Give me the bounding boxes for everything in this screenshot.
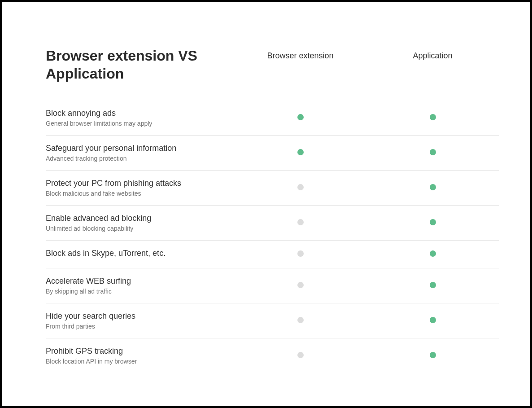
application-indicator: [366, 136, 499, 171]
feature-subtitle: Unlimited ad blocking capability: [46, 225, 234, 232]
extension-indicator: [234, 136, 366, 171]
status-dot-on-icon: [430, 282, 436, 288]
feature-title: Prohibit GPS tracking: [46, 347, 234, 356]
status-dot-on-icon: [430, 219, 436, 225]
feature-title: Block ads in Skype, uTorrent, etc.: [46, 249, 234, 258]
table-row: Accelerate WEB surfingBy skipping all ad…: [46, 268, 499, 303]
extension-indicator: [234, 268, 366, 303]
application-indicator: [366, 303, 499, 338]
status-dot-on-icon: [430, 114, 436, 120]
feature-cell: Enable advanced ad blockingUnlimited ad …: [46, 206, 234, 241]
application-indicator: [366, 101, 499, 136]
feature-cell: Block ads in Skype, uTorrent, etc.: [46, 241, 234, 268]
status-dot-off-icon: [297, 184, 304, 190]
column-label-extension: Browser extension: [234, 47, 366, 61]
feature-subtitle: Block location API in my browser: [46, 358, 234, 365]
feature-cell: Block annoying adsGeneral browser limita…: [46, 101, 234, 136]
status-dot-on-icon: [430, 250, 436, 257]
application-indicator: [366, 241, 499, 268]
feature-cell: Protect your PC from phishing attacksBlo…: [46, 171, 234, 206]
comparison-table: Block annoying adsGeneral browser limita…: [46, 101, 499, 373]
status-dot-on-icon: [430, 352, 436, 358]
table-row: Hide your search queriesFrom third parti…: [46, 303, 499, 338]
application-indicator: [366, 338, 499, 373]
feature-cell: Accelerate WEB surfingBy skipping all ad…: [46, 268, 234, 303]
status-dot-off-icon: [297, 250, 304, 257]
feature-subtitle: By skipping all ad traffic: [46, 288, 234, 295]
application-indicator: [366, 268, 499, 303]
extension-indicator: [234, 338, 366, 373]
feature-title: Protect your PC from phishing attacks: [46, 179, 234, 188]
table-row: Enable advanced ad blockingUnlimited ad …: [46, 206, 499, 241]
feature-title: Block annoying ads: [46, 109, 234, 118]
feature-title: Safeguard your personal information: [46, 144, 234, 153]
status-dot-on-icon: [430, 184, 436, 190]
status-dot-off-icon: [297, 317, 304, 323]
feature-subtitle: Advanced tracking protection: [46, 155, 234, 162]
extension-indicator: [234, 206, 366, 241]
feature-subtitle: General browser limitations may apply: [46, 120, 234, 127]
feature-title: Hide your search queries: [46, 311, 234, 321]
status-dot-on-icon: [297, 149, 304, 155]
status-dot-on-icon: [430, 317, 436, 323]
feature-cell: Prohibit GPS trackingBlock location API …: [46, 338, 234, 373]
status-dot-on-icon: [430, 149, 436, 155]
status-dot-off-icon: [297, 282, 304, 288]
table-row: Prohibit GPS trackingBlock location API …: [46, 338, 499, 373]
extension-indicator: [234, 303, 366, 338]
status-dot-on-icon: [297, 114, 304, 120]
extension-indicator: [234, 101, 366, 136]
feature-cell: Hide your search queriesFrom third parti…: [46, 303, 234, 338]
page-title: Browser extension VS Application: [46, 47, 234, 83]
table-row: Protect your PC from phishing attacksBlo…: [46, 171, 499, 206]
status-dot-off-icon: [297, 352, 304, 358]
table-row: Block ads in Skype, uTorrent, etc.: [46, 241, 499, 268]
table-row: Safeguard your personal informationAdvan…: [46, 136, 499, 171]
comparison-header: Browser extension VS Application Browser…: [46, 47, 499, 83]
extension-indicator: [234, 171, 366, 206]
feature-cell: Safeguard your personal informationAdvan…: [46, 136, 234, 171]
status-dot-off-icon: [297, 219, 304, 225]
feature-title: Enable advanced ad blocking: [46, 214, 234, 223]
feature-title: Accelerate WEB surfing: [46, 276, 234, 286]
feature-subtitle: From third parties: [46, 323, 234, 330]
extension-indicator: [234, 241, 366, 268]
application-indicator: [366, 171, 499, 206]
column-label-application: Application: [366, 47, 499, 61]
feature-subtitle: Block malicious and fake websites: [46, 190, 234, 197]
application-indicator: [366, 206, 499, 241]
table-row: Block annoying adsGeneral browser limita…: [46, 101, 499, 136]
